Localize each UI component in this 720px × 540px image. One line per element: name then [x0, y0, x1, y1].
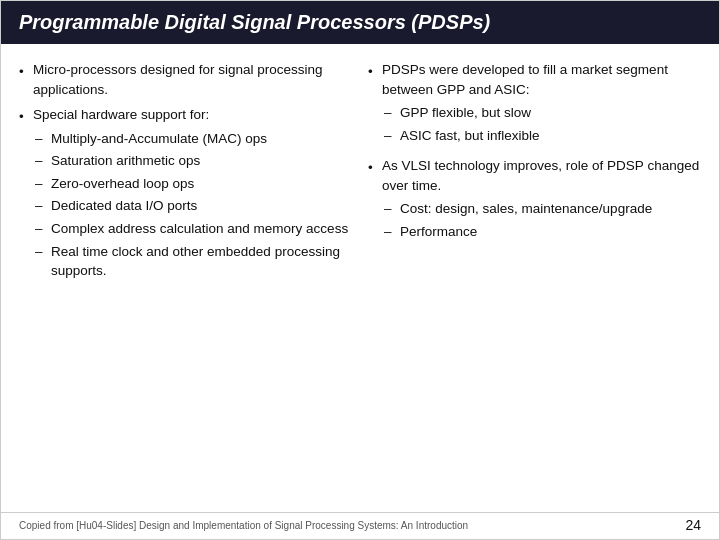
right-bullet-1-content: PDSPs were developed to fill a market se… [382, 60, 701, 148]
right-dot-1: • [368, 62, 376, 148]
left-bullet-1: • Micro-processors designed for signal p… [19, 60, 352, 99]
dash-6: – [35, 242, 45, 281]
right-bullet-1: • PDSPs were developed to fill a market … [368, 60, 701, 148]
right-sub-item-1-2: – ASIC fast, but inflexible [384, 126, 701, 146]
left-sub-item-6: – Real time clock and other embedded pro… [35, 242, 352, 281]
left-sub-list: – Multiply-and-Accumulate (MAC) ops – Sa… [35, 129, 352, 281]
right-dash-2-2: – [384, 222, 394, 242]
right-dash-2-1: – [384, 199, 394, 219]
slide-body: • Micro-processors designed for signal p… [1, 44, 719, 512]
left-sub-item-1-text: Multiply-and-Accumulate (MAC) ops [51, 129, 267, 149]
bullet-dot-1: • [19, 62, 27, 99]
right-sub-item-2-1-text: Cost: design, sales, maintenance/upgrade [400, 199, 652, 219]
left-sub-item-4-text: Dedicated data I/O ports [51, 196, 197, 216]
right-sub-item-1-1-text: GPP flexible, but slow [400, 103, 531, 123]
dash-3: – [35, 174, 45, 194]
slide-container: Programmable Digital Signal Processors (… [0, 0, 720, 540]
right-dot-2: • [368, 158, 376, 244]
left-sub-item-3: – Zero-overhead loop ops [35, 174, 352, 194]
dash-4: – [35, 196, 45, 216]
right-column: • PDSPs were developed to fill a market … [368, 60, 701, 504]
right-sub-list-2: – Cost: design, sales, maintenance/upgra… [384, 199, 701, 241]
right-bullet-1-text: PDSPs were developed to fill a market se… [382, 62, 668, 97]
right-sub-item-2-2: – Performance [384, 222, 701, 242]
left-sub-item-2: – Saturation arithmetic ops [35, 151, 352, 171]
left-sub-item-6-text: Real time clock and other embedded proce… [51, 242, 352, 281]
dash-5: – [35, 219, 45, 239]
dash-1: – [35, 129, 45, 149]
left-sub-item-1: – Multiply-and-Accumulate (MAC) ops [35, 129, 352, 149]
left-column: • Micro-processors designed for signal p… [19, 60, 352, 504]
dash-2: – [35, 151, 45, 171]
right-sub-list-1: – GPP flexible, but slow – ASIC fast, bu… [384, 103, 701, 145]
footer-left-text: Copied from [Hu04-Slides] Design and Imp… [19, 520, 685, 531]
left-sub-item-2-text: Saturation arithmetic ops [51, 151, 200, 171]
left-bullet-1-text: Micro-processors designed for signal pro… [33, 60, 352, 99]
footer-page-number: 24 [685, 517, 701, 533]
slide-footer: Copied from [Hu04-Slides] Design and Imp… [1, 512, 719, 539]
slide-header: Programmable Digital Signal Processors (… [1, 1, 719, 44]
left-sub-item-4: – Dedicated data I/O ports [35, 196, 352, 216]
left-bullet-2: • Special hardware support for: – Multip… [19, 105, 352, 284]
left-bullet-2-text: Special hardware support for: [33, 107, 209, 122]
right-bullet-2-content: As VLSI technology improves, role of PDS… [382, 156, 701, 244]
slide-title: Programmable Digital Signal Processors (… [19, 11, 490, 33]
bullet-dot-2: • [19, 107, 27, 284]
right-bullet-2: • As VLSI technology improves, role of P… [368, 156, 701, 244]
right-sub-item-2-1: – Cost: design, sales, maintenance/upgra… [384, 199, 701, 219]
right-sub-item-1-1: – GPP flexible, but slow [384, 103, 701, 123]
left-sub-item-3-text: Zero-overhead loop ops [51, 174, 194, 194]
right-dash-1-1: – [384, 103, 394, 123]
right-sub-item-2-2-text: Performance [400, 222, 477, 242]
right-sub-item-1-2-text: ASIC fast, but inflexible [400, 126, 540, 146]
left-bullet-2-content: Special hardware support for: – Multiply… [33, 105, 352, 284]
right-bullet-2-text: As VLSI technology improves, role of PDS… [382, 158, 699, 193]
left-sub-item-5-text: Complex address calculation and memory a… [51, 219, 348, 239]
left-sub-item-5: – Complex address calculation and memory… [35, 219, 352, 239]
right-dash-1-2: – [384, 126, 394, 146]
